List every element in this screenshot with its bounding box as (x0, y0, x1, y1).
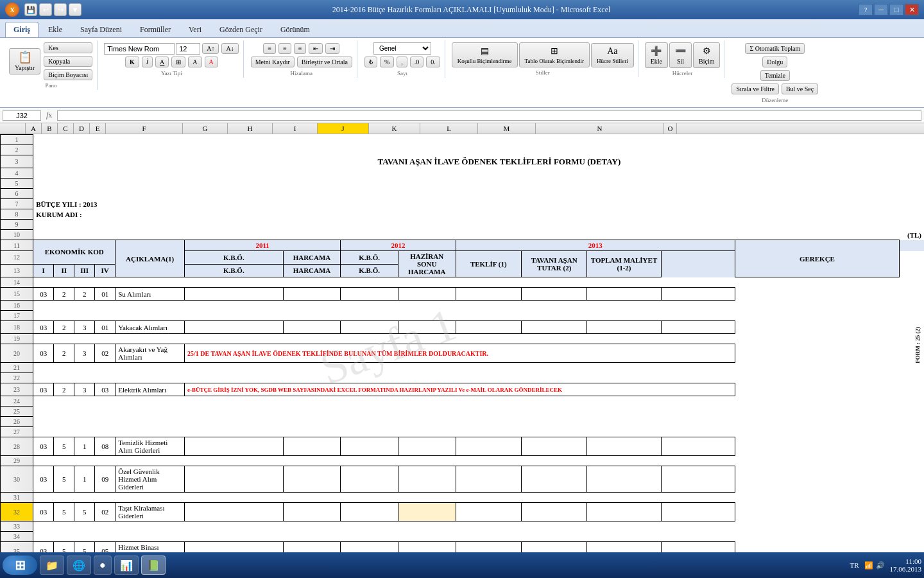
fill-button[interactable]: Dolgu (762, 57, 787, 67)
code-01-1[interactable]: 01 (95, 288, 116, 301)
tab-sayfa-duzeni[interactable]: Sayfa Düzeni (72, 22, 130, 37)
cell-styles-button[interactable]: Aa Hücre Stilleri (591, 43, 634, 67)
tab-ekle[interactable]: Ekle (40, 22, 71, 37)
merge-center-button[interactable]: Birleştir ve Ortala (297, 57, 352, 67)
cell-2[interactable] (33, 145, 924, 155)
currency-button[interactable]: ₺ (364, 57, 377, 67)
row-25: 25 (1, 407, 925, 417)
cell-tavani-su[interactable] (521, 288, 586, 301)
percent-button[interactable]: % (380, 57, 394, 67)
align-center-button[interactable]: ≡ (278, 43, 291, 54)
taskbar-explorer[interactable]: 📁 (40, 556, 64, 575)
cell-haziran-su[interactable] (398, 288, 456, 301)
border-button[interactable]: ⊞ (171, 57, 185, 67)
find-select-button[interactable]: Bul ve Seç (782, 83, 818, 94)
save-qa-button[interactable]: 💾 (24, 3, 37, 16)
col-header-a[interactable]: A (26, 123, 42, 134)
cell-1[interactable] (33, 135, 924, 145)
taskbar-excel[interactable]: 📗 (141, 556, 166, 575)
cell-kbo2011-su[interactable] (185, 288, 284, 301)
col-header-g[interactable]: G (183, 123, 228, 134)
start-button[interactable]: ⊞ (3, 556, 37, 575)
decimal-increase-button[interactable]: .0 (410, 57, 424, 67)
cell-teklif-su[interactable] (456, 288, 521, 301)
decrease-font-button[interactable]: A↓ (221, 43, 238, 54)
col-header-e[interactable]: E (90, 123, 106, 134)
cell-kbo2012-su[interactable] (341, 288, 398, 301)
code-03-1[interactable]: 03 (33, 288, 54, 301)
cell-5[interactable] (33, 179, 924, 189)
col-header-f[interactable]: F (106, 123, 183, 134)
copy-button[interactable]: Kopyala (44, 56, 92, 67)
col-header-c[interactable]: C (58, 123, 74, 134)
more-qa-button[interactable]: ▼ (69, 3, 81, 16)
align-right-button[interactable]: ≡ (294, 43, 307, 54)
align-left-button[interactable]: ≡ (263, 43, 276, 54)
italic-button[interactable]: İ (142, 57, 153, 67)
cell-reference-input[interactable] (3, 110, 41, 121)
col-header-k[interactable]: K (369, 123, 420, 134)
taskbar-ie[interactable]: 🌐 (67, 556, 91, 575)
col-header-l[interactable]: L (420, 123, 478, 134)
insert-cells-button[interactable]: ➕ Ekle (645, 42, 668, 68)
undo-qa-button[interactable]: ↩ (39, 3, 52, 16)
number-format-select[interactable]: Genel (373, 42, 431, 55)
indent-increase-button[interactable]: ⇥ (325, 43, 339, 54)
cell-harcama-su[interactable] (283, 288, 341, 301)
close-button[interactable]: ✕ (905, 4, 919, 15)
cell-gerekce-su[interactable] (661, 288, 735, 301)
format-cells-button[interactable]: ⚙ Biçim (693, 42, 720, 68)
tab-gorunum[interactable]: Görünüm (272, 22, 318, 37)
conditional-format-button[interactable]: ▤ Koşullu Biçimlendirme (452, 42, 518, 67)
cell-4[interactable] (33, 168, 924, 179)
restore-button[interactable]: □ (889, 4, 903, 15)
comma-button[interactable]: , (397, 57, 407, 67)
selected-cell-j32[interactable] (398, 503, 456, 521)
format-painter-button[interactable]: Biçim Boyacısı (44, 69, 92, 80)
col-header-o[interactable]: O (664, 123, 677, 134)
cell-toplam-su[interactable] (587, 288, 661, 301)
ie-icon: 🌐 (73, 559, 85, 572)
code-2-1[interactable]: 2 (54, 288, 74, 301)
bold-button[interactable]: K (125, 57, 139, 67)
tab-giris[interactable]: Giriş (5, 22, 38, 37)
cut-button[interactable]: Kes (44, 42, 92, 53)
autosum-button[interactable]: Σ Otomatik Toplam (745, 43, 805, 54)
paste-button[interactable]: 📋 Yapıştır (9, 48, 40, 74)
desc-temizlik: Temizlik Hizmeti Alım Giderleri (116, 437, 185, 456)
formula-input[interactable] (57, 110, 921, 121)
clear-button[interactable]: Temizle (760, 70, 790, 81)
tab-formuller[interactable]: Formüller (132, 22, 179, 37)
delete-cells-button[interactable]: ➖ Sil (669, 42, 692, 68)
sort-filter-button[interactable]: Sırala ve Filtre (732, 83, 778, 94)
decimal-decrease-button[interactable]: 0. (426, 57, 440, 67)
cell-3-ab[interactable] (33, 155, 74, 168)
col-header-m[interactable]: M (478, 123, 536, 134)
col-header-i[interactable]: I (273, 123, 318, 134)
help-button[interactable]: ? (859, 4, 873, 15)
taskbar-chrome[interactable]: ● (94, 556, 112, 575)
underline-button[interactable]: A (155, 57, 169, 67)
font-color-button[interactable]: A (205, 57, 218, 67)
font-name-input[interactable] (104, 43, 175, 55)
rownum-1: 1 (1, 135, 33, 145)
fill-color-button[interactable]: A (188, 57, 201, 67)
tab-veri[interactable]: Veri (180, 22, 210, 37)
font-size-input[interactable] (176, 43, 200, 55)
spreadsheet-body: Sayfa 1 1 (0, 134, 924, 577)
col-header-n[interactable]: N (536, 123, 664, 134)
taskbar-powerpoint[interactable]: 📊 (114, 556, 139, 575)
table-format-button[interactable]: ⊞ Tablo Olarak Biçimlendir (519, 42, 590, 67)
increase-font-button[interactable]: A↑ (202, 43, 219, 54)
cell-6[interactable] (33, 189, 924, 199)
col-header-b[interactable]: B (42, 123, 58, 134)
redo-qa-button[interactable]: ↪ (54, 3, 67, 16)
code-2-2[interactable]: 2 (74, 288, 95, 301)
col-header-h[interactable]: H (228, 123, 273, 134)
minimize-button[interactable]: ─ (874, 4, 888, 15)
col-header-j[interactable]: J (318, 123, 369, 134)
col-header-d[interactable]: D (74, 123, 90, 134)
indent-decrease-button[interactable]: ⇤ (309, 43, 323, 54)
wrap-text-button[interactable]: Metni Kaydır (251, 57, 295, 67)
tab-gozden-gecir[interactable]: Gözden Geçir (211, 22, 271, 37)
